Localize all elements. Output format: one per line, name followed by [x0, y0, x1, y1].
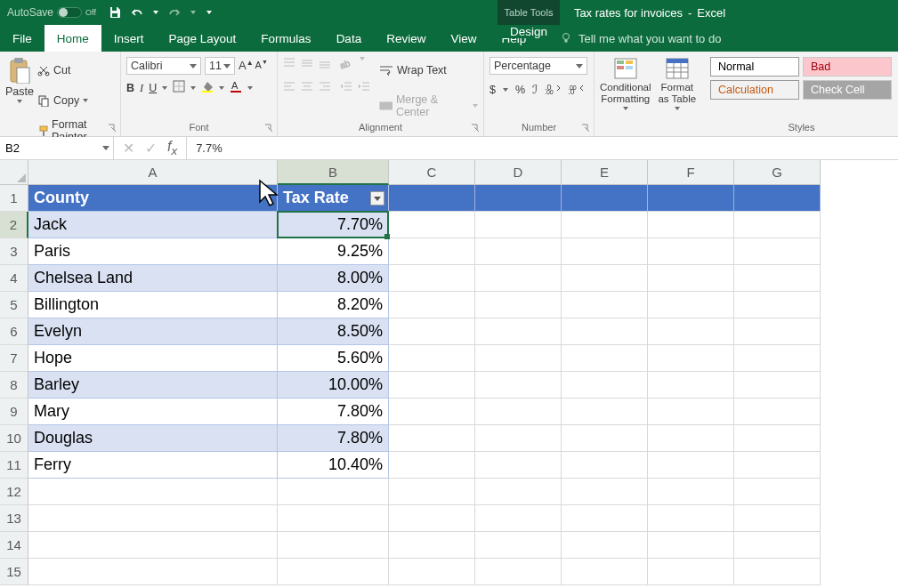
cell-E15[interactable]	[562, 559, 648, 585]
cell-F1[interactable]	[648, 185, 734, 212]
cancel-formula-icon[interactable]: ✕	[123, 140, 134, 157]
cell-E13[interactable]	[562, 505, 648, 532]
merge-center-button[interactable]: Merge & Center	[379, 93, 478, 119]
filter-dropdown-button[interactable]	[370, 191, 384, 205]
cell-B10[interactable]: 7.80%	[278, 425, 389, 452]
cell-B7[interactable]: 5.60%	[278, 345, 389, 372]
undo-icon[interactable]	[128, 6, 146, 19]
cell-A8[interactable]: Barley	[28, 372, 278, 399]
format-as-table-button[interactable]: Format as Table	[655, 57, 700, 110]
cell-E2[interactable]	[562, 212, 648, 238]
cell-B4[interactable]: 8.00%	[278, 265, 389, 292]
cell-D3[interactable]	[475, 238, 562, 265]
cell-F13[interactable]	[648, 505, 734, 532]
autosave-control[interactable]: AutoSave Off	[0, 6, 103, 19]
cell-G4[interactable]	[734, 265, 821, 292]
redo-icon[interactable]	[166, 6, 183, 19]
autosave-toggle-icon[interactable]	[57, 7, 82, 18]
cell-F12[interactable]	[648, 479, 734, 505]
clipboard-dialog-launcher-icon[interactable]	[108, 124, 117, 133]
cell-D7[interactable]	[475, 345, 562, 372]
row-header-4[interactable]: 4	[0, 265, 28, 292]
row-header-2[interactable]: 2	[0, 212, 28, 238]
row-header-10[interactable]: 10	[0, 425, 28, 452]
cell-E10[interactable]	[562, 425, 648, 452]
cell-D1[interactable]	[475, 185, 562, 212]
cell-E3[interactable]	[562, 238, 648, 265]
cell-C6[interactable]	[389, 318, 475, 345]
row-header-6[interactable]: 6	[0, 318, 28, 345]
cell-E6[interactable]	[562, 318, 648, 345]
cell-B1[interactable]: Tax Rate	[278, 185, 389, 212]
cell-C2[interactable]	[389, 212, 475, 238]
cell-A12[interactable]	[28, 479, 278, 505]
cell-E7[interactable]	[562, 345, 648, 372]
fat-dropdown-icon[interactable]	[675, 107, 680, 110]
accounting-format-button[interactable]: $	[489, 84, 496, 96]
cell-G1[interactable]	[734, 185, 821, 212]
cell-C8[interactable]	[389, 372, 475, 399]
accounting-dropdown-icon[interactable]	[503, 88, 508, 92]
wrap-text-button[interactable]: Wrap Text	[379, 57, 478, 84]
formula-input[interactable]: 7.7%	[187, 137, 898, 159]
cell-B6[interactable]: 8.50%	[278, 318, 389, 345]
style-normal[interactable]: Normal	[710, 57, 799, 77]
worksheet[interactable]: ABCDEFG1CountyTax Rate2Jack7.70%3Paris9.…	[0, 160, 898, 585]
cell-A9[interactable]: Mary	[28, 399, 278, 425]
percent-format-button[interactable]: %	[515, 84, 525, 96]
cell-C14[interactable]	[389, 532, 475, 559]
paste-button[interactable]: Paste	[5, 55, 34, 144]
bold-button[interactable]: B	[126, 82, 134, 94]
copy-button[interactable]: Copy	[37, 87, 115, 114]
cell-B14[interactable]	[278, 532, 389, 559]
cell-B13[interactable]	[278, 505, 389, 532]
tab-page-layout[interactable]: Page Layout	[157, 25, 249, 52]
name-box[interactable]: B2	[0, 137, 114, 159]
cell-D14[interactable]	[475, 532, 562, 559]
number-format-combo[interactable]: Percentage	[489, 57, 587, 75]
col-header-C[interactable]: C	[389, 160, 475, 185]
col-header-F[interactable]: F	[648, 160, 734, 185]
cell-G2[interactable]	[734, 212, 821, 238]
font-color-dropdown-icon[interactable]	[247, 86, 253, 90]
undo-dropdown-icon[interactable]	[153, 11, 158, 14]
cell-F7[interactable]	[648, 345, 734, 372]
col-header-D[interactable]: D	[475, 160, 562, 185]
row-header-14[interactable]: 14	[0, 532, 28, 559]
comma-format-button[interactable]: ℐ	[532, 83, 538, 96]
cell-A10[interactable]: Douglas	[28, 425, 278, 452]
chevron-down-icon[interactable]	[102, 146, 109, 150]
cell-G3[interactable]	[734, 238, 821, 265]
cell-G15[interactable]	[734, 559, 821, 585]
underline-button[interactable]: U	[149, 82, 157, 94]
cell-C11[interactable]	[389, 452, 475, 479]
cell-C10[interactable]	[389, 425, 475, 452]
cell-F8[interactable]	[648, 372, 734, 399]
fill-color-dropdown-icon[interactable]	[219, 86, 224, 90]
cell-C15[interactable]	[389, 559, 475, 585]
font-dialog-launcher-icon[interactable]	[264, 124, 273, 133]
increase-font-size-button[interactable]: A▲	[239, 59, 254, 72]
cell-D8[interactable]	[475, 372, 562, 399]
font-color-button[interactable]: A	[230, 80, 242, 96]
cell-C1[interactable]	[389, 185, 475, 212]
cell-G9[interactable]	[734, 399, 821, 425]
cell-A15[interactable]	[28, 559, 278, 585]
align-bottom-button[interactable]	[319, 57, 331, 73]
cell-G10[interactable]	[734, 425, 821, 452]
decrease-decimal-button[interactable]: .00.0	[568, 82, 584, 97]
row-header-1[interactable]: 1	[0, 185, 28, 212]
increase-indent-button[interactable]	[358, 80, 370, 96]
increase-decimal-button[interactable]: .0.00	[545, 82, 561, 97]
cell-E14[interactable]	[562, 532, 648, 559]
row-header-8[interactable]: 8	[0, 372, 28, 399]
redo-dropdown-icon[interactable]	[190, 11, 196, 14]
tab-file[interactable]: File	[0, 25, 44, 52]
cell-F9[interactable]	[648, 399, 734, 425]
tab-data[interactable]: Data	[324, 25, 375, 52]
cell-F11[interactable]	[648, 452, 734, 479]
cell-D6[interactable]	[475, 318, 562, 345]
style-calculation[interactable]: Calculation	[710, 80, 799, 100]
cell-C13[interactable]	[389, 505, 475, 532]
cell-E9[interactable]	[562, 399, 648, 425]
